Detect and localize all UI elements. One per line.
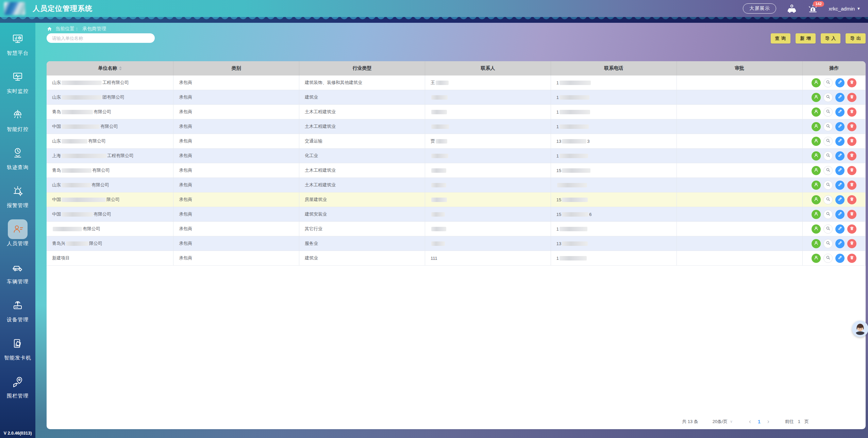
view-detail-button[interactable] bbox=[823, 93, 833, 102]
edit-button[interactable] bbox=[835, 93, 845, 102]
table-row[interactable]: 山东团有限公司承包商建筑业1 bbox=[47, 90, 866, 105]
column-header-1[interactable]: 类别 bbox=[173, 61, 299, 75]
table-row[interactable]: 上海工程有限公司承包商化工业1 bbox=[47, 149, 866, 163]
table-row[interactable]: 中国有限公司承包商土木工程建筑业1 bbox=[47, 119, 866, 134]
view-detail-button[interactable] bbox=[823, 239, 833, 248]
sidebar-item-realtime-monitor[interactable]: 实时监控 bbox=[0, 67, 35, 105]
view-personnel-button[interactable] bbox=[812, 239, 821, 248]
edit-button[interactable] bbox=[835, 78, 845, 87]
delete-button[interactable] bbox=[847, 181, 856, 190]
query-button[interactable]: 查 询 bbox=[771, 33, 791, 44]
view-detail-button[interactable] bbox=[823, 107, 833, 117]
table-row[interactable]: 中国有限公司承包商建筑安装业156 bbox=[47, 207, 866, 222]
column-header-6[interactable]: 操作 bbox=[803, 61, 866, 75]
delete-button[interactable] bbox=[847, 195, 856, 204]
table-row[interactable]: 中国限公司承包商房屋建筑业15 bbox=[47, 192, 866, 207]
delete-button[interactable] bbox=[847, 107, 856, 117]
column-header-4[interactable]: 联系电话 bbox=[551, 61, 677, 75]
edit-button[interactable] bbox=[835, 239, 845, 248]
view-personnel-button[interactable] bbox=[812, 151, 821, 161]
column-header-2[interactable]: 行业类型 bbox=[299, 61, 425, 75]
delete-button[interactable] bbox=[847, 239, 856, 248]
vehicle-monitor-icon[interactable] bbox=[786, 4, 797, 13]
view-personnel-button[interactable] bbox=[812, 137, 821, 146]
next-page-button[interactable]: › bbox=[763, 418, 774, 425]
view-personnel-button[interactable] bbox=[812, 224, 821, 234]
delete-button[interactable] bbox=[847, 210, 856, 219]
edit-button[interactable] bbox=[835, 122, 845, 131]
big-screen-button[interactable]: 大屏展示 bbox=[743, 3, 776, 14]
view-detail-button[interactable] bbox=[823, 224, 833, 234]
edit-button[interactable] bbox=[835, 195, 845, 204]
sidebar-item-trajectory[interactable]: 轨迹查询 bbox=[0, 143, 35, 181]
edit-button[interactable] bbox=[835, 254, 845, 263]
sidebar-item-fence[interactable]: 围栏管理 bbox=[0, 372, 35, 410]
view-detail-button[interactable] bbox=[823, 151, 833, 161]
alarm-notification-icon[interactable]: 142 bbox=[807, 4, 818, 13]
delete-button[interactable] bbox=[847, 166, 856, 175]
export-button[interactable]: 导 出 bbox=[846, 33, 866, 44]
table-row[interactable]: 山东有限公司承包商交通运输贾133 bbox=[47, 134, 866, 149]
edit-button[interactable] bbox=[835, 224, 845, 234]
add-button[interactable]: 新 增 bbox=[796, 33, 816, 44]
sort-icon[interactable] bbox=[119, 66, 122, 70]
view-detail-button[interactable] bbox=[823, 195, 833, 204]
sidebar-item-alarm[interactable]: 报警管理 bbox=[0, 181, 35, 219]
edit-button[interactable] bbox=[835, 210, 845, 219]
view-detail-button[interactable] bbox=[823, 254, 833, 263]
table-row[interactable]: 青岛有限公司承包商土木工程建筑业15 bbox=[47, 163, 866, 178]
view-personnel-button[interactable] bbox=[812, 107, 821, 117]
sidebar-item-card-machine[interactable]: 智能发卡机 bbox=[0, 334, 35, 372]
sidebar-item-smart-platform[interactable]: 智慧平台 bbox=[0, 29, 35, 67]
column-header-0[interactable]: 单位名称 bbox=[47, 61, 173, 75]
view-personnel-button[interactable] bbox=[812, 93, 821, 102]
import-button[interactable]: 导 入 bbox=[821, 33, 841, 44]
view-personnel-button[interactable] bbox=[812, 195, 821, 204]
sidebar-item-vehicle[interactable]: 车辆管理 bbox=[0, 257, 35, 296]
view-detail-button[interactable] bbox=[823, 122, 833, 131]
delete-button[interactable] bbox=[847, 93, 856, 102]
view-detail-button[interactable] bbox=[823, 166, 833, 175]
sidebar-item-person[interactable]: 人员管理 bbox=[0, 219, 35, 257]
page-size-select[interactable]: 20条/页 ∨ bbox=[713, 419, 733, 425]
view-detail-button[interactable] bbox=[823, 210, 833, 219]
view-detail-button[interactable] bbox=[823, 78, 833, 87]
view-personnel-button[interactable] bbox=[812, 181, 821, 190]
table-row[interactable]: 青岛有限公司承包商土木工程建筑业1 bbox=[47, 105, 866, 119]
redacted-text bbox=[62, 139, 87, 144]
column-header-5[interactable]: 审批 bbox=[677, 61, 803, 75]
table-row[interactable]: 青岛兴限公司承包商服务业13 bbox=[47, 236, 866, 251]
delete-button[interactable] bbox=[847, 137, 856, 146]
delete-button[interactable] bbox=[847, 78, 856, 87]
edit-button[interactable] bbox=[835, 151, 845, 161]
view-personnel-button[interactable] bbox=[812, 122, 821, 131]
sidebar-item-device[interactable]: 设备管理 bbox=[0, 296, 35, 334]
view-personnel-button[interactable] bbox=[812, 166, 821, 175]
view-detail-button[interactable] bbox=[823, 137, 833, 146]
table-row[interactable]: 山东有限公司承包商土木工程建筑业 bbox=[47, 178, 866, 192]
column-header-3[interactable]: 联系人 bbox=[425, 61, 551, 75]
view-personnel-button[interactable] bbox=[812, 210, 821, 219]
view-personnel-button[interactable] bbox=[812, 254, 821, 263]
delete-button[interactable] bbox=[847, 224, 856, 234]
edit-button[interactable] bbox=[835, 181, 845, 190]
current-page[interactable]: 1 bbox=[756, 419, 763, 424]
home-icon[interactable] bbox=[47, 26, 52, 32]
table-row[interactable]: 新建项目承包商建筑业1111 bbox=[47, 251, 866, 266]
goto-page-input[interactable]: 1 bbox=[798, 419, 800, 424]
table-row[interactable]: 山东工程有限公司承包商建筑装饰、装修和其他建筑业王1 bbox=[47, 75, 866, 90]
table-row[interactable]: 有限公司承包商其它行业1 bbox=[47, 222, 866, 236]
edit-button[interactable] bbox=[835, 137, 845, 146]
edit-button[interactable] bbox=[835, 107, 845, 117]
view-personnel-button[interactable] bbox=[812, 78, 821, 87]
delete-button[interactable] bbox=[847, 151, 856, 161]
view-detail-button[interactable] bbox=[823, 181, 833, 190]
search-input[interactable] bbox=[47, 33, 155, 43]
assistant-avatar[interactable] bbox=[852, 321, 868, 337]
sidebar-item-smart-light[interactable]: 智能灯控 bbox=[0, 105, 35, 143]
delete-button[interactable] bbox=[847, 122, 856, 131]
delete-button[interactable] bbox=[847, 254, 856, 263]
user-menu[interactable]: xrkc_admin ▼ bbox=[829, 6, 861, 12]
prev-page-button[interactable]: ‹ bbox=[744, 418, 756, 425]
edit-button[interactable] bbox=[835, 166, 845, 175]
